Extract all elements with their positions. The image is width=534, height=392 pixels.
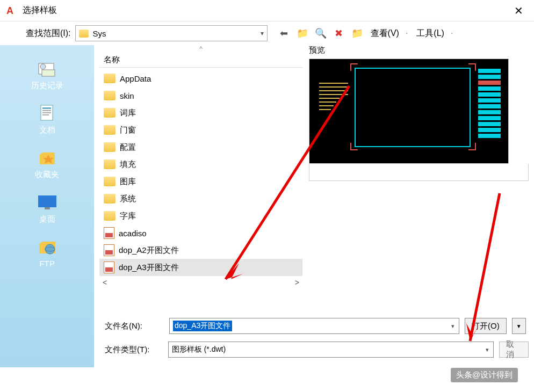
sidebar-label: 文档 [39, 125, 55, 135]
folder-icon [104, 159, 116, 169]
file-name: AppData [120, 74, 151, 83]
file-row[interactable]: 词库 [99, 104, 302, 121]
file-row[interactable]: dop_A3开图文件 [99, 259, 302, 276]
look-in-label: 查找范围(I): [26, 28, 71, 39]
up-folder-icon[interactable]: 📁 [295, 27, 309, 40]
dwt-file-icon [104, 262, 114, 273]
sidebar-label: 历史记录 [31, 81, 63, 91]
sidebar-item-favorites[interactable]: 收藏夹 [0, 144, 94, 184]
filetype-label: 文件类型(T): [105, 345, 163, 355]
file-name: 词库 [120, 108, 136, 118]
separator: · [451, 28, 453, 38]
column-resize-icon[interactable]: ^ [99, 45, 302, 53]
separator: · [406, 28, 408, 38]
filename-input[interactable]: dop_A3开图文件 ▾ [169, 318, 459, 334]
title-bar: A 选择样板 ✕ [0, 0, 534, 21]
folder-icon [104, 125, 116, 135]
filename-label: 文件名(N): [105, 321, 164, 331]
svg-rect-8 [38, 195, 56, 207]
sidebar-item-desktop[interactable]: 桌面 [0, 188, 94, 229]
folder-icon [104, 142, 116, 152]
dwt-file-icon [104, 227, 114, 239]
file-row[interactable]: AppData [99, 70, 302, 87]
chevron-down-icon[interactable]: ▾ [451, 323, 454, 330]
chevron-down-icon[interactable]: ▾ [486, 346, 489, 353]
new-folder-icon[interactable]: 📁 [350, 27, 364, 40]
svg-rect-7 [42, 114, 49, 115]
history-icon [37, 59, 58, 78]
svg-rect-6 [42, 112, 51, 113]
filename-value: dop_A3开图文件 [173, 321, 232, 331]
sidebar-label: FTP [39, 259, 54, 268]
delete-icon[interactable]: ✖ [332, 27, 346, 40]
file-name: 系统 [120, 194, 136, 204]
folder-icon [104, 211, 116, 221]
folder-icon [104, 91, 116, 100]
sidebar-item-documents[interactable]: 文档 [0, 99, 94, 140]
folder-icon [104, 108, 116, 118]
places-sidebar: 历史记录 文档 收藏夹 桌面 FTP [0, 45, 94, 367]
desktop-icon [37, 193, 58, 212]
sidebar-item-ftp[interactable]: FTP [0, 233, 94, 272]
close-icon[interactable]: ✕ [510, 4, 528, 17]
favorites-icon [37, 148, 58, 168]
file-name: skin [120, 91, 134, 100]
preview-label: 预览 [309, 45, 529, 55]
folder-icon [104, 74, 116, 83]
file-list: ^ 名称 AppDataskin词库门窗配置填充图库系统字库acadisodop… [99, 45, 302, 290]
lookup-toolbar: 查找范围(I): Sys ▾ ⬅ 📁 🔍 ✖ 📁 查看(V) · 工具(L) · [0, 21, 534, 45]
svg-rect-5 [42, 110, 51, 111]
svg-rect-9 [45, 207, 50, 209]
file-name: acadiso [119, 229, 147, 238]
sidebar-label: 收藏夹 [35, 170, 59, 180]
file-name: dop_A3开图文件 [119, 263, 179, 273]
file-row[interactable]: skin [99, 87, 302, 104]
svg-rect-4 [42, 107, 51, 109]
preview-thumbnail [309, 59, 509, 164]
tools-menu[interactable]: 工具(L) [416, 28, 444, 39]
file-row[interactable]: acadiso [99, 224, 302, 242]
file-row[interactable]: 系统 [99, 190, 302, 207]
search-web-icon[interactable]: 🔍 [314, 27, 328, 40]
file-name: 字库 [120, 211, 136, 221]
file-name: 图库 [120, 177, 136, 187]
file-row[interactable]: 字库 [99, 207, 302, 224]
watermark-text: 头条@设计得到 [451, 368, 518, 382]
file-row[interactable]: 门窗 [99, 121, 302, 139]
window-title: 选择样板 [23, 5, 510, 16]
dwt-file-icon [104, 244, 114, 256]
cancel-button[interactable]: 取消 [499, 342, 529, 358]
look-in-value: Sys [93, 29, 261, 38]
open-button[interactable]: 打开(O) [465, 318, 507, 334]
sidebar-label: 桌面 [39, 214, 55, 224]
look-in-dropdown[interactable]: Sys ▾ [75, 25, 268, 41]
folder-icon [104, 194, 116, 204]
open-dropdown-button[interactable]: ▼ [512, 318, 526, 334]
filetype-value: 图形样板 (*.dwt) [172, 345, 226, 354]
file-name: dop_A2开图文件 [119, 245, 179, 256]
filetype-dropdown[interactable]: 图形样板 (*.dwt) ▾ [168, 342, 494, 358]
column-header-name[interactable]: 名称 [99, 53, 302, 68]
file-row[interactable]: dop_A2开图文件 [99, 242, 302, 259]
document-icon [37, 104, 58, 123]
svg-point-1 [40, 64, 46, 69]
file-row[interactable]: 配置 [99, 139, 302, 156]
horizontal-scrollbar[interactable]: <> [99, 278, 302, 290]
folder-icon [79, 30, 89, 38]
app-logo-icon: A [6, 5, 17, 16]
file-row[interactable]: 填充 [99, 156, 302, 173]
ftp-icon [37, 237, 58, 257]
svg-point-10 [45, 244, 55, 254]
chevron-down-icon: ▾ [261, 30, 264, 37]
svg-rect-2 [42, 70, 55, 76]
file-name: 填充 [120, 159, 136, 170]
back-icon[interactable]: ⬅ [277, 27, 291, 40]
file-name: 配置 [120, 142, 136, 153]
sidebar-item-history[interactable]: 历史记录 [0, 55, 94, 95]
view-menu[interactable]: 查看(V) [371, 28, 399, 39]
file-name: 门窗 [120, 125, 136, 135]
folder-icon [104, 177, 116, 186]
file-row[interactable]: 图库 [99, 173, 302, 190]
